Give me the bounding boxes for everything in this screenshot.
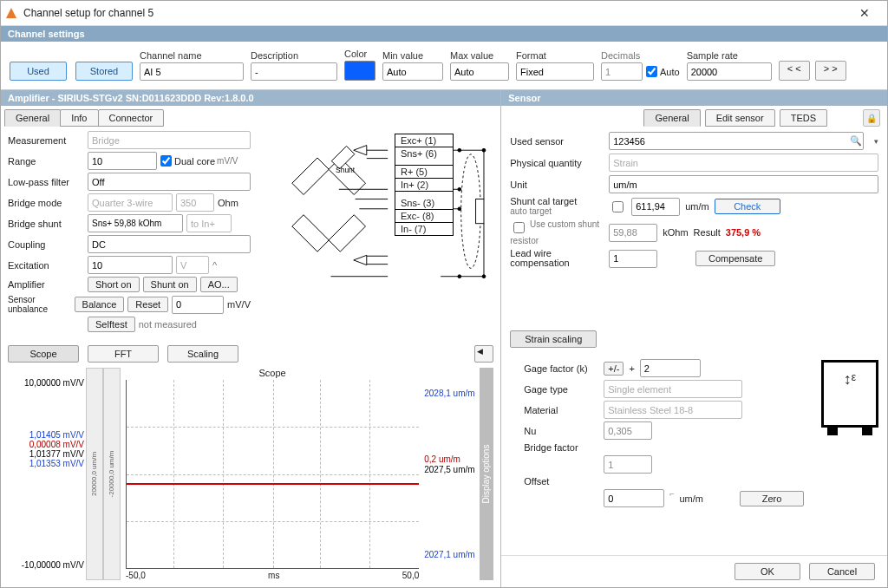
svg-rect-1 [292,158,329,194]
unit-select[interactable]: um/m [609,175,878,193]
ohm-label: Ohm [218,198,238,208]
selftest-status: not measured [139,319,197,330]
offset-unit: um/m [680,493,704,504]
max-input[interactable] [450,62,509,81]
lock-icon[interactable]: 🔒 [863,109,880,127]
strain-scaling-head[interactable]: Strain scaling [510,330,597,348]
physical-qty-label: Physical quantity [510,158,604,168]
physical-qty-select[interactable]: Strain [609,154,878,172]
scope-collapse-icon[interactable]: ◀ [474,345,493,363]
used-sensor-input[interactable] [609,132,864,150]
window-title: Channel setup for channel 5 [23,7,846,19]
dualcore-checkbox[interactable]: Dual core [160,155,215,167]
excitation-select[interactable]: 10 [88,256,173,274]
display-options-handle[interactable]: Display options [480,368,493,580]
measurement-select[interactable]: Bridge [88,131,251,149]
custom-shunt-checkbox[interactable] [513,222,525,233]
r-top: 2028,1 um/m [424,389,474,398]
used-button[interactable]: Used [10,62,67,81]
material-label: Material [524,405,598,415]
excitation-unit-select[interactable]: V [176,256,209,274]
tab-connector[interactable]: Connector [98,109,165,127]
gage-type-select[interactable]: Single element [604,380,742,398]
max-label: Max value [450,50,509,61]
auto-decimals-checkbox[interactable]: Auto [646,66,680,77]
compensate-button[interactable]: Compensate [695,251,775,266]
next-channel-button[interactable]: > > [815,61,846,81]
amplifier-actions-label: Amplifier [8,279,84,290]
lpf-select[interactable]: Off [88,173,251,191]
tab-info[interactable]: Info [60,109,98,127]
coupling-label: Coupling [8,239,84,250]
unbalance-input[interactable] [172,296,224,314]
bridge-diagram: Shunt Exc+ (1) Sns+ (6) R+ (5) In+ (2) S… [258,128,493,335]
bridgeshunt-select[interactable]: Sns+ 59,88 kOhm [88,214,183,232]
short-on-button[interactable]: Short on [88,277,140,292]
format-label: Format [516,50,594,61]
scope-title: Scope [126,368,419,378]
min-input[interactable] [382,62,443,81]
zero-button[interactable]: Zero [740,491,804,506]
y-bot-label: -10,00000 mV/V [22,560,84,570]
bridgeres-select[interactable]: 350 [176,193,214,212]
tab-scope[interactable]: Scope [8,345,79,363]
tab-fft[interactable]: FFT [88,345,159,363]
description-input[interactable] [251,62,337,81]
pin-in-plus: In+ (2) [395,178,453,191]
shunt-target-label: Shunt cal target [510,196,577,206]
stored-button[interactable]: Stored [75,62,133,81]
min-label: Min value [382,50,443,61]
ok-button[interactable]: OK [735,563,800,580]
reset-button[interactable]: Reset [127,297,168,312]
svg-rect-2 [292,215,329,252]
tab-scaling[interactable]: Scaling [167,345,238,363]
prev-channel-button[interactable]: < < [779,61,810,81]
bridgeshunt-to-select[interactable]: to In+ [186,214,232,232]
sign-toggle-button[interactable]: +/- [604,362,624,376]
close-button[interactable]: ✕ [846,1,884,25]
bridgemode-select[interactable]: Quarter 3-wire [88,193,173,212]
app-icon [4,6,18,20]
shunt-on-button[interactable]: Shunt on [143,277,197,292]
mv2-label: 0,00008 mV/V [29,440,84,449]
gage-factor-input[interactable] [640,359,701,377]
svg-rect-4 [329,215,365,252]
shunt-target-input[interactable] [631,198,680,216]
range-unit: mV/V [217,156,238,166]
sensor-tab-teds[interactable]: TEDS [780,109,827,127]
pin-in-minus: In- (7) [395,222,453,235]
svg-text:Shunt: Shunt [336,166,356,174]
check-button[interactable]: Check [715,199,780,214]
mv4-label: 1,01353 mV/V [29,459,84,468]
result-label: Result [694,227,721,238]
svg-point-27 [458,275,461,278]
channel-name-input[interactable] [140,62,244,81]
result-value: 375,9 % [726,227,761,238]
channel-settings-form: Used Stored Channel name Description Col… [1,42,887,90]
gage-factor-label: Gage factor (k) [524,363,598,374]
offset-input[interactable] [604,489,664,507]
offset-label: Offset [524,476,598,487]
chevron-down-icon[interactable]: ▾ [874,137,878,146]
cancel-button[interactable]: Cancel [809,563,875,580]
decimals-input[interactable] [601,62,643,81]
samplerate-select[interactable]: 20000 [687,62,772,81]
leadwire-input[interactable] [609,250,657,268]
auto-target-checkbox[interactable] [612,201,624,212]
gage-type-label: Gage type [524,384,598,395]
material-select[interactable]: Stainless Steel 18-8 [604,401,742,419]
svg-rect-17 [476,199,484,224]
tab-general[interactable]: General [4,109,61,127]
sensor-tab-general[interactable]: General [643,109,700,127]
balance-button[interactable]: Balance [75,297,125,312]
selftest-button[interactable]: Selftest [88,317,135,332]
excitation-label: Excitation [8,260,84,271]
coupling-select[interactable]: DC [88,235,251,253]
search-icon[interactable]: 🔍 [850,135,862,147]
format-select[interactable]: Fixed [516,62,594,81]
sensor-tab-edit[interactable]: Edit sensor [705,109,775,127]
color-swatch[interactable] [344,61,375,81]
range-select[interactable]: 10 [88,152,157,170]
pin-sns-plus: Sns+ (6) [395,147,453,160]
ao-button[interactable]: AO... [200,277,238,292]
